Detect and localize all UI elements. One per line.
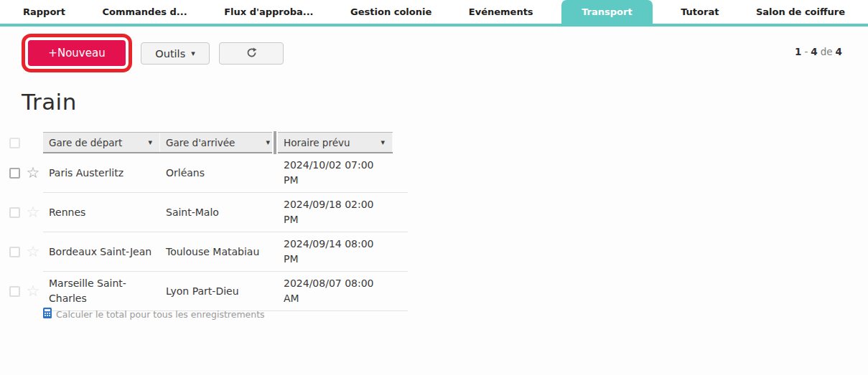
table-row[interactable]: ☆ Rennes Saint-Malo 2024/09/18 02:00 PM <box>6 193 408 232</box>
tab-rapport[interactable]: Rapport <box>14 0 74 24</box>
tab-gestion-colonie[interactable]: Gestion colonie <box>342 0 440 24</box>
table-row[interactable]: ☆ Paris Austerlitz Orléans 2024/10/02 07… <box>6 153 408 193</box>
cell-gare-arrivee: Toulouse Matabiau <box>160 232 278 271</box>
cell-gare-depart: Rennes <box>43 193 160 232</box>
chevron-down-icon: ▾ <box>191 49 195 57</box>
header-cells: Gare de départ ▾ Gare d'arrivée ▾ Horair… <box>43 132 393 153</box>
column-header-gare-depart[interactable]: Gare de départ ▾ <box>43 133 160 152</box>
cell-gare-depart: Paris Austerlitz <box>43 153 160 192</box>
tab-commandes[interactable]: Commandes d... <box>93 0 195 24</box>
page-range-of: de <box>821 46 833 57</box>
sort-dropdown-icon[interactable]: ▾ <box>266 138 270 146</box>
tab-transport[interactable]: Transport <box>561 0 652 24</box>
refresh-icon <box>246 47 258 61</box>
calculator-icon <box>43 308 52 321</box>
cell-gare-arrivee: Saint-Malo <box>160 193 278 232</box>
select-all-checkbox[interactable] <box>9 138 20 148</box>
tab-salon-coiffure[interactable]: Salon de coiffure <box>747 0 854 24</box>
table-row[interactable]: ☆ Marseille Saint-Charles Lyon Part-Dieu… <box>6 272 408 311</box>
column-header-gare-arrivee[interactable]: Gare d'arrivée ▾ <box>160 133 278 152</box>
cell-horaire-prevu: 2024/08/07 08:00 AM <box>278 272 393 310</box>
page-range-dash: - <box>804 46 808 57</box>
favorite-star-icon[interactable]: ☆ <box>27 284 40 299</box>
cell-gare-arrivee: Orléans <box>160 153 278 192</box>
table-header-row: Gare de départ ▾ Gare d'arrivée ▾ Horair… <box>6 132 408 153</box>
column-label: Gare de départ <box>49 137 122 148</box>
sort-dropdown-icon[interactable]: ▾ <box>381 138 385 146</box>
cell-gare-depart: Marseille Saint-Charles <box>43 272 160 310</box>
cell-horaire-prevu: 2024/10/02 07:00 PM <box>278 153 393 192</box>
header-star-spacer <box>23 132 43 153</box>
favorite-star-icon[interactable]: ☆ <box>27 205 40 220</box>
calculate-total-link[interactable]: Calculer le total pour tous les enregist… <box>43 308 265 321</box>
page-range-end: 4 <box>811 46 817 57</box>
tab-bar: Rapport Commandes d... Flux d'approba...… <box>0 0 868 27</box>
tools-label: Outils <box>155 48 185 60</box>
column-resize-handle[interactable] <box>272 131 278 154</box>
select-all-cell <box>6 132 23 153</box>
row-checkbox[interactable] <box>9 168 20 179</box>
page-range-total: 4 <box>836 46 842 57</box>
table-row[interactable]: ☆ Bordeaux Saint-Jean Toulouse Matabiau … <box>6 232 408 272</box>
favorite-star-icon[interactable]: ☆ <box>27 245 40 260</box>
tools-dropdown-button[interactable]: Outils ▾ <box>141 42 210 65</box>
column-label: Gare d'arrivée <box>166 137 235 148</box>
records-table: Gare de départ ▾ Gare d'arrivée ▾ Horair… <box>6 132 408 311</box>
column-header-horaire-prevu[interactable]: Horaire prévu ▾ <box>278 133 393 152</box>
pagination-status: 1-4de4 <box>793 46 844 57</box>
row-checkbox[interactable] <box>9 286 20 297</box>
row-checkbox[interactable] <box>9 247 20 257</box>
cell-gare-depart: Bordeaux Saint-Jean <box>43 232 160 271</box>
favorite-star-icon[interactable]: ☆ <box>27 166 40 181</box>
column-label: Horaire prévu <box>284 137 350 148</box>
refresh-button[interactable] <box>219 42 284 65</box>
row-checkbox[interactable] <box>9 207 20 218</box>
page-range-start: 1 <box>795 46 801 57</box>
page-title: Train <box>22 89 77 115</box>
tab-flux-approbation[interactable]: Flux d'approba... <box>215 0 322 24</box>
tab-evenements[interactable]: Evénements <box>460 0 542 24</box>
click-highlight-annotation: +Nouveau <box>22 34 132 72</box>
sort-dropdown-icon[interactable]: ▾ <box>148 138 152 146</box>
calculate-total-label: Calculer le total pour tous les enregist… <box>56 309 265 320</box>
new-record-button[interactable]: +Nouveau <box>28 40 126 66</box>
cell-horaire-prevu: 2024/09/18 02:00 PM <box>278 193 393 232</box>
cell-horaire-prevu: 2024/09/14 08:00 PM <box>278 232 393 271</box>
cell-gare-arrivee: Lyon Part-Dieu <box>160 272 278 310</box>
tab-tutorat[interactable]: Tutorat <box>672 0 727 24</box>
